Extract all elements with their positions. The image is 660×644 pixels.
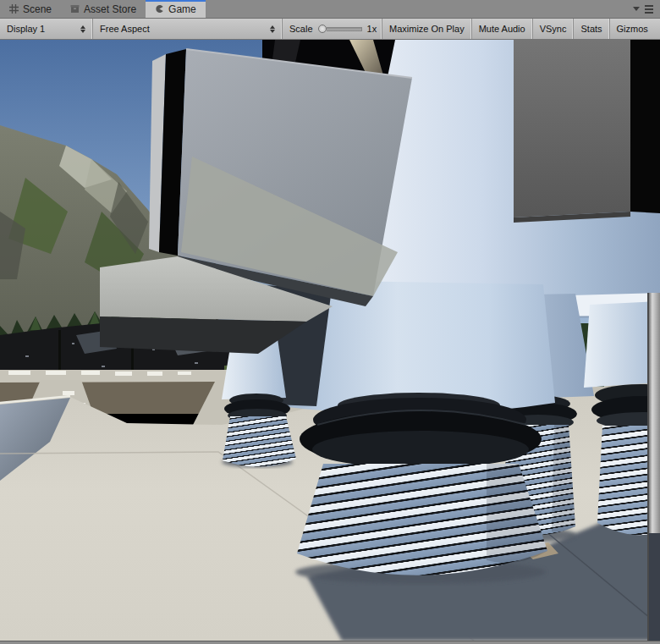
tab-scene[interactable]: Scene (0, 0, 61, 18)
launch-clamp-pipe (647, 293, 660, 641)
tab-asset-store[interactable]: Asset Store (61, 0, 146, 18)
game-viewport[interactable] (0, 40, 660, 641)
shadowed-fin-box (514, 40, 630, 223)
black-body-edge (630, 40, 660, 213)
grid-icon (9, 4, 19, 14)
slider-knob-icon[interactable] (318, 25, 327, 33)
vsync-button[interactable]: VSync (533, 19, 575, 39)
display-dropdown[interactable]: Display 1 (0, 19, 93, 39)
updown-arrows-icon (270, 25, 275, 33)
tab-game[interactable]: Game (146, 0, 206, 18)
mute-audio-button[interactable]: Mute Audio (472, 19, 533, 39)
display-dropdown-value: Display 1 (7, 24, 45, 34)
pacman-icon (155, 4, 164, 14)
package-icon (70, 4, 80, 14)
stats-button[interactable]: Stats (574, 19, 609, 39)
tab-bar: Scene Asset Store Game (0, 0, 660, 19)
rendered-scene (0, 40, 660, 641)
window-bottom-edge (0, 641, 660, 644)
gizmos-button[interactable]: Gizmos (610, 19, 655, 39)
tab-game-label: Game (168, 3, 196, 15)
slider-track[interactable] (327, 27, 362, 31)
unity-game-window: Scene Asset Store Game Display 1 Free As… (0, 0, 660, 644)
chevron-down-icon[interactable] (633, 7, 640, 11)
scale-control: Scale 1x (283, 19, 382, 39)
tree-trunk (58, 330, 61, 374)
engine-nozzle-center-skirt (297, 393, 547, 575)
scale-value: 1x (367, 24, 377, 34)
tab-scene-label: Scene (23, 3, 52, 15)
updown-arrows-icon (80, 25, 85, 33)
game-view-toolbar: Display 1 Free Aspect Scale 1x Maximize … (0, 19, 660, 40)
maximize-on-play-button[interactable]: Maximize On Play (382, 19, 472, 39)
scale-label: Scale (289, 24, 313, 34)
aspect-ratio-dropdown[interactable]: Free Aspect (93, 19, 283, 39)
tab-bar-menu (633, 0, 660, 18)
scale-slider[interactable] (318, 25, 362, 33)
hamburger-menu-icon[interactable] (645, 5, 653, 14)
aspect-dropdown-value: Free Aspect (100, 24, 150, 34)
tab-asset-store-label: Asset Store (84, 3, 136, 15)
